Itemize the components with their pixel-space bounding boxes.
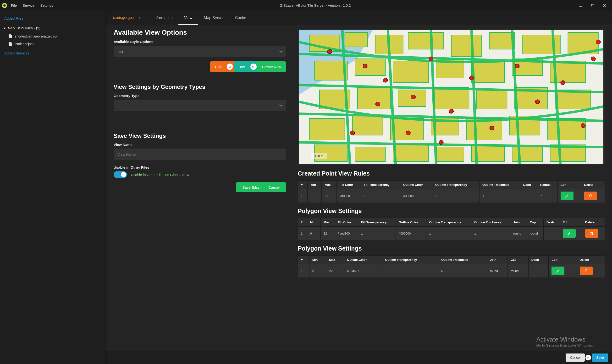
col-outtrans: Outline Transparency (432, 181, 479, 189)
svg-point-55 (561, 80, 565, 85)
delete-rule-button[interactable] (585, 229, 598, 238)
edit-rule-button[interactable] (561, 192, 573, 200)
use-style-button[interactable]: Use (234, 61, 250, 72)
col: Edit (560, 218, 582, 227)
cell: 1 (358, 227, 396, 240)
menu-file[interactable]: File (11, 3, 17, 7)
cell: 6 (438, 264, 487, 278)
col-min: Min (307, 181, 322, 189)
svg-rect-39 (393, 145, 428, 161)
menu-service[interactable]: Service (23, 3, 34, 7)
cell: 1 (298, 227, 307, 240)
sidebar-file-item[interactable]: shortestpath.geojson.geojson (0, 32, 106, 40)
close-button[interactable] (601, 2, 608, 9)
delete-rule-button[interactable] (580, 267, 593, 275)
sidebar-file-item[interactable]: izmir.geojson (0, 40, 106, 48)
svg-rect-9 (345, 32, 368, 47)
cell: 1 (361, 189, 400, 203)
polygon1-table: # Min Max Fill Color Fill Transparency O… (298, 218, 605, 240)
col-outline: Outline Color (400, 181, 432, 189)
sidebar-file-label: izmir.geojson (15, 42, 34, 46)
tab-map-server[interactable]: Map Server (198, 12, 229, 25)
sidebar: Added Files ▼ GeoJSON Files - (2) shorte… (0, 11, 106, 364)
svg-point-54 (535, 100, 540, 104)
edit-rule-button[interactable] (552, 267, 564, 275)
svg-rect-31 (352, 116, 383, 135)
col: Dash (528, 256, 548, 264)
file-tab-izmir[interactable]: izmir.geojson x (108, 11, 145, 25)
geometry-type-select[interactable] (114, 100, 286, 111)
close-tab-button[interactable]: x (139, 15, 141, 20)
cell-edit (557, 189, 581, 203)
col: Min (307, 218, 320, 227)
create-new-style-button[interactable]: Create New (257, 61, 286, 72)
svg-rect-16 (315, 61, 348, 80)
or-divider: or (226, 61, 234, 72)
delete-rule-button[interactable] (584, 192, 597, 200)
edit-rule-button[interactable] (563, 229, 576, 238)
cell: round (510, 227, 527, 240)
col: Fill Color (335, 218, 358, 227)
edit-style-button[interactable]: Edit (210, 61, 226, 72)
col: Outline Thickness (438, 256, 487, 264)
save-edits-cancel-button[interactable]: Save Edits Cancel (236, 182, 286, 192)
col-delete: Delete (581, 181, 605, 189)
footer-save-button[interactable]: Save (592, 353, 608, 362)
col: Dash (543, 218, 560, 227)
cell: 22 (320, 227, 335, 240)
svg-point-44 (327, 50, 332, 54)
col: Join (487, 256, 508, 264)
cell (543, 227, 560, 240)
col-radius: Radius (537, 181, 557, 189)
svg-point-52 (489, 126, 494, 130)
tab-information[interactable]: Information (148, 12, 178, 25)
sidebar-tree-geojson[interactable]: ▼ GeoJSON Files - (2) (0, 24, 106, 32)
map-preview[interactable]: 100 m (299, 30, 603, 164)
available-view-heading: Available View Options (114, 29, 286, 36)
footer-cancel-button[interactable]: Cancel (566, 353, 585, 362)
left-panel: Available View Options Available Style O… (114, 29, 286, 345)
col-max: Max (322, 181, 337, 189)
tab-view[interactable]: View (178, 12, 198, 25)
usable-toggle[interactable] (114, 171, 127, 178)
style-action-group: Edit or Use or Create New (210, 61, 286, 72)
minimize-button[interactable] (577, 2, 584, 9)
geometry-type-label: Geometry Type (114, 94, 286, 98)
svg-point-47 (383, 78, 388, 82)
svg-point-45 (363, 64, 367, 68)
col: Join (510, 218, 527, 227)
cancel-label: Cancel (268, 185, 279, 189)
or-divider: or (250, 61, 257, 72)
cell: 0 (309, 264, 326, 278)
cell: 1 (426, 227, 471, 240)
cell: 0 (307, 227, 320, 240)
maximize-button[interactable] (589, 2, 596, 9)
point-rules-heading: Created Point View Rules (298, 170, 605, 177)
footer: Cancel or Save (106, 351, 612, 364)
cell: round (508, 264, 529, 278)
titlebar: File Service Settings GISLayer VEctor Ti… (0, 0, 612, 11)
content: izmir.geojson x Information View Map Ser… (106, 11, 612, 364)
col: Outline Transparency (382, 256, 438, 264)
cell: 1 (298, 189, 307, 203)
svg-rect-11 (408, 32, 444, 49)
sidebar-added-files[interactable]: Added Files (0, 13, 106, 24)
col: Edit (549, 256, 577, 264)
cell-outline-color: #00d607 (344, 264, 382, 278)
file-tab-label: izmir.geojson (113, 15, 135, 20)
cell: round (487, 264, 508, 278)
sidebar-added-services[interactable]: Added Services (0, 48, 106, 59)
svg-rect-18 (393, 61, 428, 83)
table-row: 1 0 22 #00d607 1 6 round round (298, 264, 605, 278)
cell: 1 (298, 264, 309, 278)
cell-edit (549, 264, 577, 278)
cell: 0 (307, 189, 322, 203)
col: Cap (527, 218, 543, 227)
style-select[interactable]: test (114, 46, 286, 57)
svg-point-48 (411, 95, 416, 99)
tab-cache[interactable]: Cache (229, 12, 252, 25)
cell-fill-color: #ced100 (335, 227, 358, 240)
menu-settings[interactable]: Settings (40, 3, 53, 7)
view-name-input[interactable] (114, 149, 286, 160)
cell: round (527, 227, 543, 240)
